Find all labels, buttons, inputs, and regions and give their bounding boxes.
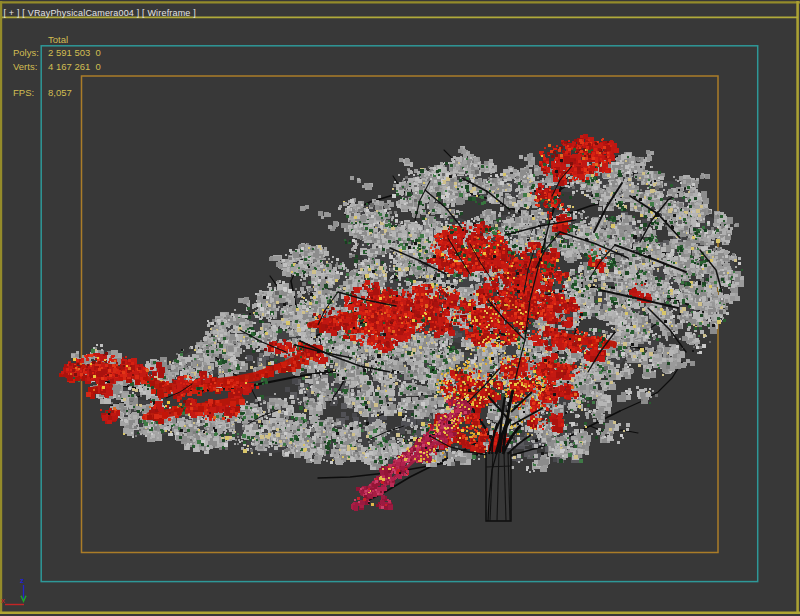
svg-text:x: x <box>1 596 5 605</box>
svg-text:z: z <box>20 576 24 585</box>
